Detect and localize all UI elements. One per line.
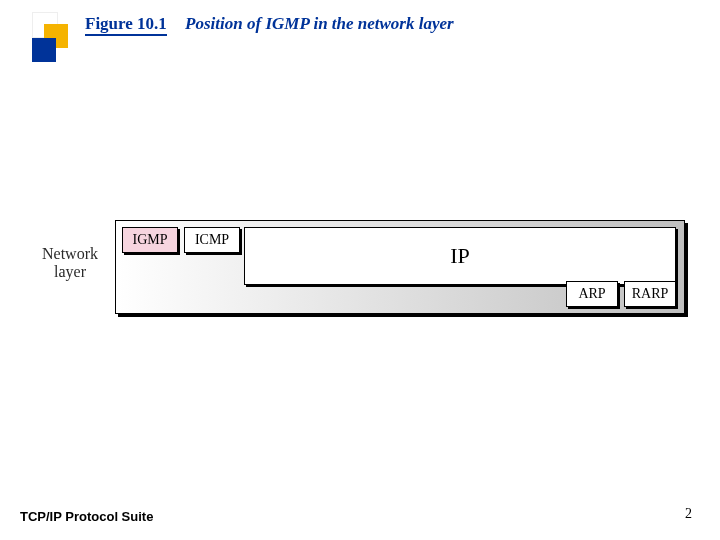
arp-box: ARP	[566, 281, 618, 307]
network-layer-label-line2: layer	[30, 263, 110, 281]
network-layer-label-line1: Network	[30, 245, 110, 263]
network-layer-label: Network layer	[30, 245, 110, 282]
icmp-box: ICMP	[184, 227, 240, 253]
network-layer-diagram: IGMP ICMP IP ARP RARP	[115, 220, 685, 314]
corner-deco-square-3	[32, 38, 56, 62]
ip-box: IP	[244, 227, 676, 285]
footer-title: TCP/IP Protocol Suite	[20, 509, 153, 524]
figure-heading: Figure 10.1 Position of IGMP in the netw…	[85, 14, 454, 34]
igmp-box: IGMP	[122, 227, 178, 253]
page-number: 2	[685, 506, 692, 522]
figure-number: Figure 10.1	[85, 14, 167, 36]
figure-title: Position of IGMP in the network layer	[185, 14, 454, 33]
rarp-box: RARP	[624, 281, 676, 307]
